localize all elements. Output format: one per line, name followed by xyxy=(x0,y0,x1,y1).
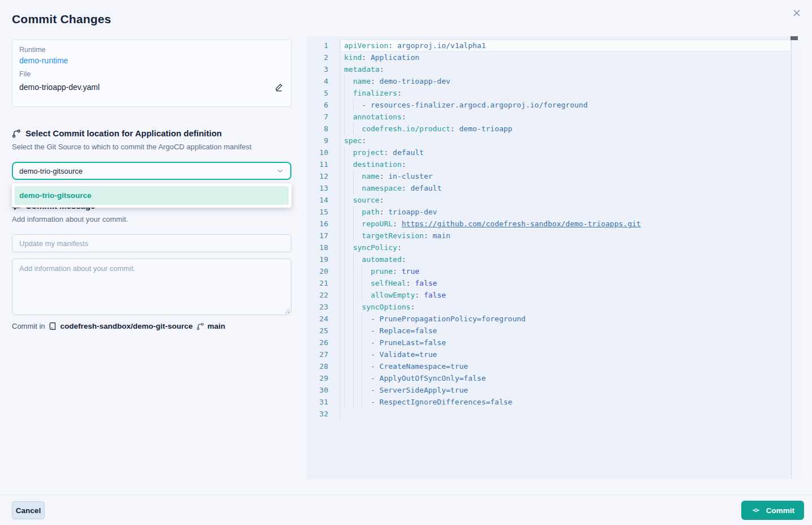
line-number: 23 xyxy=(306,301,340,313)
code-line[interactable]: 6 - resources-finalizer.argocd.argoproj.… xyxy=(306,99,798,111)
line-number: 2 xyxy=(306,51,340,63)
code-line[interactable]: 24 - PrunePropagationPolicy=foreground xyxy=(306,313,798,325)
code-line[interactable]: 28 - CreateNamespace=true xyxy=(306,360,798,372)
code-line[interactable]: 12 name: in-cluster xyxy=(306,170,798,182)
close-icon[interactable] xyxy=(791,7,802,19)
git-branch-icon xyxy=(196,322,204,330)
line-number: 22 xyxy=(306,289,340,301)
line-number: 26 xyxy=(306,337,340,348)
line-number: 9 xyxy=(306,135,340,147)
line-number: 25 xyxy=(306,325,340,337)
line-number: 16 xyxy=(306,218,340,230)
line-number: 10 xyxy=(306,147,340,158)
code-line[interactable]: 15 path: trioapp-dev xyxy=(306,206,798,218)
commit-target-row: Commit in codefresh-sandbox/demo-git-sou… xyxy=(12,322,225,330)
code-line[interactable]: 11 destination: xyxy=(306,158,798,170)
repo-icon xyxy=(49,322,57,330)
code-line[interactable]: 29 - ApplyOutOfSyncOnly=false xyxy=(306,372,798,384)
commit-in-label: Commit in xyxy=(12,322,45,330)
line-number: 24 xyxy=(306,313,340,325)
code-line[interactable]: 27 - Validate=true xyxy=(306,348,798,360)
code-line[interactable]: 22 allowEmpty: false xyxy=(306,289,798,301)
code-line[interactable]: 17 targetRevision: main xyxy=(306,230,798,242)
line-number: 21 xyxy=(306,277,340,289)
commit-branch-name: main xyxy=(208,322,226,330)
gitsource-dropdown: demo-trio-gitsource xyxy=(12,183,291,208)
yaml-editor[interactable]: 1apiVersion: argoproj.io/v1alpha12kind: … xyxy=(306,36,798,479)
code-line[interactable]: 5 finalizers: xyxy=(306,87,798,99)
line-number: 7 xyxy=(306,111,340,123)
gitsource-select[interactable]: demo-trio-gitsource xyxy=(12,162,291,180)
code-line[interactable]: 25 - Replace=false xyxy=(306,325,798,337)
line-number: 29 xyxy=(306,372,340,384)
code-line[interactable]: 20 prune: true xyxy=(306,265,798,277)
line-number: 6 xyxy=(306,99,340,111)
line-number: 5 xyxy=(306,87,340,99)
code-line[interactable]: 30 - ServerSideApply=true xyxy=(306,384,798,396)
commit-summary-input[interactable] xyxy=(12,234,291,252)
gitsource-option[interactable]: demo-trio-gitsource xyxy=(15,186,289,205)
line-number: 8 xyxy=(306,123,340,135)
line-number: 17 xyxy=(306,230,340,242)
code-line[interactable]: 23 syncOptions: xyxy=(306,301,798,313)
code-line[interactable]: 9spec: xyxy=(306,135,798,147)
page-title: Commit Changes xyxy=(12,12,111,26)
code-line[interactable]: 14 source: xyxy=(306,194,798,206)
line-number: 4 xyxy=(306,75,340,87)
line-number: 20 xyxy=(306,265,340,277)
line-number: 32 xyxy=(306,408,340,420)
commit-repo-name: codefresh-sandbox/demo-git-source xyxy=(61,322,193,330)
code-line[interactable]: 8 codefresh.io/product: demo-trioapp xyxy=(306,123,798,135)
commit-message-helper: Add information about your commit. xyxy=(12,215,128,223)
line-number: 31 xyxy=(306,396,340,408)
line-number: 18 xyxy=(306,242,340,253)
cancel-button[interactable]: Cancel xyxy=(12,501,45,519)
code-line[interactable]: 3metadata: xyxy=(306,63,798,75)
code-line[interactable]: 4 name: demo-trioapp-dev xyxy=(306,75,798,87)
line-number: 3 xyxy=(306,63,340,75)
gitsource-selected-value: demo-trio-gitsource xyxy=(19,167,83,175)
code-line[interactable]: 2kind: Application xyxy=(306,51,798,63)
code-lines: 1apiVersion: argoproj.io/v1alpha12kind: … xyxy=(306,36,798,420)
code-line[interactable]: 7 annotations: xyxy=(306,111,798,123)
line-number: 15 xyxy=(306,206,340,218)
line-number: 14 xyxy=(306,194,340,206)
commit-location-heading: Select Commit location for Application d… xyxy=(12,128,222,138)
commit-description-textarea[interactable] xyxy=(12,259,291,315)
runtime-file-card: Runtime demo-runtime File demo-trioapp-d… xyxy=(12,40,291,107)
code-line[interactable]: 31 - RespectIgnoreDifferences=false xyxy=(306,396,798,408)
code-line[interactable]: 26 - PruneLast=false xyxy=(306,337,798,348)
code-line[interactable]: 1apiVersion: argoproj.io/v1alpha1 xyxy=(306,40,798,51)
modal-footer: Cancel Commit xyxy=(0,494,812,525)
line-number: 13 xyxy=(306,182,340,194)
code-line[interactable]: 32 xyxy=(306,408,798,420)
line-number: 28 xyxy=(306,360,340,372)
code-line[interactable]: 21 selfHeal: false xyxy=(306,277,798,289)
code-line[interactable]: 13 namespace: default xyxy=(306,182,798,194)
code-line[interactable]: 19 automated: xyxy=(306,253,798,265)
runtime-label: Runtime xyxy=(19,46,284,54)
file-label: File xyxy=(19,70,284,78)
git-branch-icon xyxy=(12,129,21,138)
runtime-link[interactable]: demo-runtime xyxy=(19,56,68,65)
line-number: 30 xyxy=(306,384,340,396)
commit-button[interactable]: Commit xyxy=(741,501,804,520)
edit-icon[interactable] xyxy=(274,82,284,92)
line-number: 27 xyxy=(306,348,340,360)
code-line[interactable]: 16 repoURL: https://github.com/codefresh… xyxy=(306,218,798,230)
chevron-down-icon xyxy=(276,167,284,175)
line-number: 19 xyxy=(306,253,340,265)
git-commit-icon xyxy=(751,505,761,515)
code-line[interactable]: 10 project: default xyxy=(306,147,798,158)
line-number: 1 xyxy=(306,40,340,51)
line-number: 11 xyxy=(306,158,340,170)
line-number: 12 xyxy=(306,170,340,182)
code-line[interactable]: 18 syncPolicy: xyxy=(306,242,798,253)
file-name: demo-trioapp-dev.yaml xyxy=(19,83,100,92)
editor-scrollbar[interactable] xyxy=(791,36,798,479)
scrollbar-thumb[interactable] xyxy=(790,36,798,40)
commit-location-subheading: Select the Git Source to which to commit… xyxy=(12,143,251,151)
